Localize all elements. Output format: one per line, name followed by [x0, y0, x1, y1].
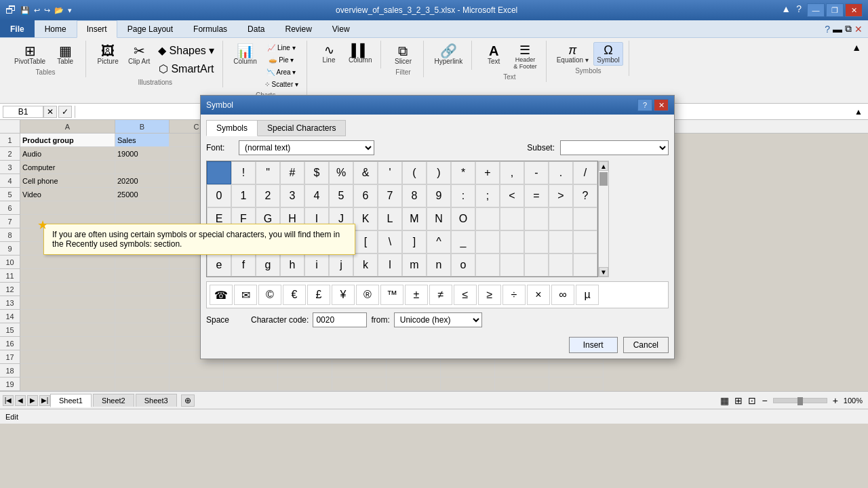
sym-filler12[interactable]	[500, 253, 524, 277]
equation-button[interactable]: π Equation ▾	[553, 42, 592, 66]
sym-f[interactable]: f	[231, 253, 256, 277]
recent-sym-plusminus[interactable]: ±	[405, 285, 428, 305]
sym-close-bracket[interactable]: ]	[402, 230, 427, 253]
cell-b3[interactable]	[115, 161, 170, 174]
slicer-button[interactable]: ⧉ Slicer	[388, 42, 418, 67]
sheet-tab-sheet3[interactable]: Sheet3	[136, 394, 177, 407]
picture-button[interactable]: 🖼 Picture	[93, 42, 123, 77]
sym-underscore[interactable]: _	[451, 230, 475, 253]
cell-a4[interactable]: Cell phone	[20, 174, 115, 188]
quick-access-open[interactable]: 📂	[54, 6, 64, 15]
sym-apostrophe[interactable]: '	[378, 161, 402, 184]
minimize-button[interactable]: —	[807, 3, 825, 17]
sym-6[interactable]: 6	[353, 184, 378, 207]
zoom-slider[interactable]	[773, 398, 827, 403]
quick-access-save[interactable]: 💾	[20, 6, 30, 15]
header-footer-button[interactable]: ☰ Header& Footer	[510, 42, 540, 72]
sym-exclaim[interactable]: !	[231, 161, 256, 184]
sym-filler7[interactable]	[500, 230, 524, 253]
sym-slash[interactable]: /	[573, 161, 597, 184]
ribbon-close-icon[interactable]: ✕	[854, 24, 863, 35]
sym-l[interactable]: l	[378, 253, 402, 277]
shapes-button[interactable]: ◆ Shapes ▾	[155, 42, 217, 59]
sym-close-paren[interactable]: )	[427, 161, 451, 184]
sym-filler6[interactable]	[475, 230, 500, 253]
recent-sym-infinity[interactable]: ∞	[551, 285, 574, 305]
sym-question[interactable]: ?	[573, 184, 597, 207]
sym-4[interactable]: 4	[304, 184, 329, 207]
dialog-help-button[interactable]: ?	[637, 99, 652, 111]
col-header-a[interactable]: A	[20, 120, 115, 134]
sym-filler1[interactable]	[475, 207, 500, 230]
sym-open-paren[interactable]: (	[402, 161, 427, 184]
scroll-down-button[interactable]: ▼	[599, 267, 608, 277]
sym-filler10[interactable]	[573, 230, 597, 253]
from-select[interactable]: Unicode (hex)	[394, 312, 482, 327]
sym-M[interactable]: M	[402, 207, 427, 230]
recent-sym-mu[interactable]: µ	[576, 285, 599, 305]
sym-backslash[interactable]: \	[378, 230, 402, 253]
recent-sym-leq[interactable]: ≤	[454, 285, 477, 305]
sym-3[interactable]: 3	[280, 184, 304, 207]
line-chart-button[interactable]: 📈 Line ▾	[262, 42, 301, 54]
dialog-tab-symbols[interactable]: Symbols	[206, 120, 258, 136]
zoom-level[interactable]: 100%	[844, 396, 863, 405]
sym-g[interactable]: g	[256, 253, 280, 277]
hyperlink-button[interactable]: 🔗 Hyperlink	[431, 42, 466, 67]
sheet-tab-sheet2[interactable]: Sheet2	[93, 394, 134, 407]
formula-cancel-button[interactable]: ✕	[43, 106, 57, 118]
tab-data[interactable]: Data	[237, 20, 275, 37]
sheet-nav-first[interactable]: |◀	[3, 395, 14, 406]
view-normal-icon[interactable]: ▦	[720, 395, 729, 406]
line-spark-button[interactable]: ∿ Line	[314, 42, 344, 66]
sym-space[interactable]	[207, 161, 231, 184]
recent-sym-multiply[interactable]: ×	[527, 285, 550, 305]
sym-filler14[interactable]	[549, 253, 573, 277]
table-button[interactable]: ▦ Table	[50, 42, 80, 67]
sym-minus[interactable]: -	[524, 161, 549, 184]
sym-m[interactable]: m	[402, 253, 427, 277]
tab-review[interactable]: Review	[275, 20, 321, 37]
expand-formula-icon[interactable]: ▲	[852, 107, 865, 117]
sym-1[interactable]: 1	[231, 184, 256, 207]
sym-asterisk[interactable]: *	[451, 161, 475, 184]
sym-period[interactable]: .	[549, 161, 573, 184]
sym-k[interactable]: k	[353, 253, 378, 277]
area-chart-button[interactable]: 📉 Area ▾	[262, 66, 301, 78]
sym-open-bracket[interactable]: [	[353, 230, 378, 253]
text-button[interactable]: A Text	[479, 42, 509, 72]
sym-5[interactable]: 5	[329, 184, 353, 207]
scroll-up-button[interactable]: ▲	[599, 161, 608, 171]
formula-confirm-button[interactable]: ✓	[58, 106, 72, 118]
recent-sym-pound[interactable]: £	[307, 285, 330, 305]
zoom-out-icon[interactable]: −	[762, 395, 767, 406]
sheet-tab-sheet1[interactable]: Sheet1	[50, 394, 92, 407]
dialog-tab-special-chars[interactable]: Special Characters	[257, 120, 346, 136]
cell-b4[interactable]: 20200	[115, 174, 170, 188]
sheet-nav-next[interactable]: ▶	[27, 395, 38, 406]
sym-quote[interactable]: "	[256, 161, 280, 184]
cell-a2[interactable]: Audio	[20, 147, 115, 161]
sym-N[interactable]: N	[427, 207, 451, 230]
recent-sym-divide[interactable]: ÷	[502, 285, 526, 305]
sym-o[interactable]: o	[451, 253, 475, 277]
sym-dollar[interactable]: $	[304, 161, 329, 184]
sym-caret[interactable]: ^	[427, 230, 451, 253]
tab-file[interactable]: File	[0, 20, 35, 37]
cell-reference-input[interactable]: B1	[3, 106, 43, 118]
sym-filler2[interactable]	[500, 207, 524, 230]
subset-select[interactable]	[560, 140, 669, 155]
sym-j[interactable]: j	[329, 253, 353, 277]
ribbon-help-icon[interactable]: ?	[825, 24, 830, 35]
font-select[interactable]: (normal text)	[239, 140, 374, 155]
sym-filler8[interactable]	[524, 230, 549, 253]
recent-sym-yen[interactable]: ¥	[332, 285, 355, 305]
restore-button[interactable]: ❐	[826, 3, 844, 17]
sym-colon[interactable]: :	[451, 184, 475, 207]
sym-gt[interactable]: >	[549, 184, 573, 207]
sym-filler4[interactable]	[549, 207, 573, 230]
close-button[interactable]: ✕	[845, 3, 863, 17]
col-header-b[interactable]: B	[115, 120, 170, 134]
sym-i[interactable]: i	[304, 253, 329, 277]
ribbon-toggle-icon[interactable]: ▲	[781, 3, 791, 17]
